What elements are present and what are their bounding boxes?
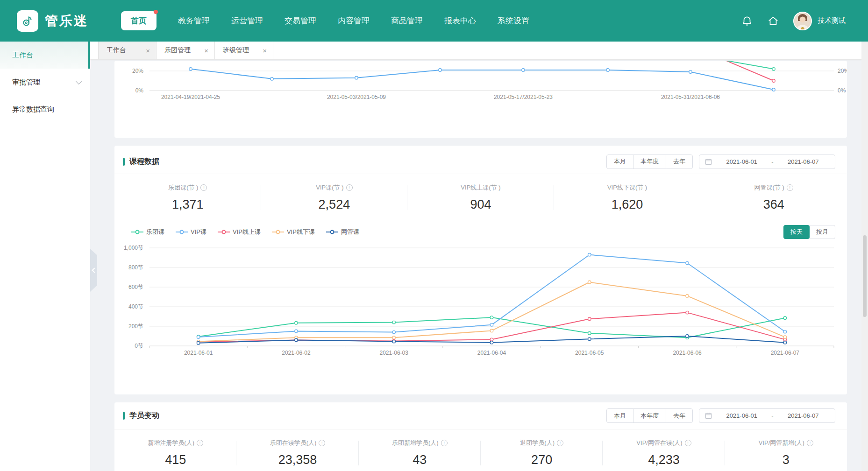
section-title-bar [123, 158, 125, 166]
svg-text:2021-06-01: 2021-06-01 [184, 350, 213, 356]
legend-item[interactable]: 乐团课 [131, 228, 164, 236]
scrollbar-track[interactable] [861, 42, 868, 471]
date-separator: - [771, 158, 773, 165]
stat-label-text: VIP线上课(节 ) [461, 183, 500, 192]
stat-label: 乐团课(节 )! [114, 183, 261, 192]
legend-item[interactable]: 网管课 [326, 228, 359, 236]
sidebar-item-workbench[interactable]: 工作台 [0, 42, 90, 69]
legend-label: VIP线上课 [233, 228, 261, 236]
chevron-left-icon [92, 267, 97, 273]
info-icon[interactable]: ! [197, 440, 203, 446]
stat-label-text: 新增注册学员(人) [148, 439, 194, 447]
info-icon[interactable]: ! [346, 184, 353, 191]
info-icon[interactable]: ! [807, 440, 813, 446]
sidebar-collapse-handle[interactable] [90, 249, 97, 292]
svg-text:2021-06-02: 2021-06-02 [282, 350, 311, 356]
toggle-by-month[interactable]: 按月 [809, 225, 835, 239]
sidebar-item-abnormal-data[interactable]: 异常数据查询 [0, 96, 90, 123]
nav-item-trade[interactable]: 交易管理 [285, 15, 316, 26]
card-student-changes: 学员变动 本月 本年度 去年 2021-06-01 - 2021-06-07 [114, 402, 847, 471]
info-icon[interactable]: ! [787, 184, 793, 191]
close-icon[interactable]: × [204, 47, 208, 54]
info-icon[interactable]: ! [685, 440, 691, 446]
scrollbar-thumb[interactable] [863, 235, 867, 317]
nav-item-report[interactable]: 报表中心 [444, 15, 476, 26]
date-end[interactable]: 2021-06-07 [777, 158, 829, 165]
svg-text:1,000节: 1,000节 [124, 245, 143, 251]
chart-legend: 乐团课VIP课VIP线上课VIP线下课网管课 [131, 228, 370, 236]
sidebar-item-approval[interactable]: 审批管理 [0, 69, 90, 96]
stat-value: 23,358 [236, 453, 358, 467]
legend-item[interactable]: VIP线上课 [218, 228, 261, 236]
tab-label: 工作台 [107, 46, 146, 55]
nav-item-content[interactable]: 内容管理 [338, 15, 370, 26]
preset-button-lastyear[interactable]: 去年 [666, 408, 693, 423]
stat-value: 2,524 [261, 197, 408, 212]
tab-workbench[interactable]: 工作台 × [98, 42, 157, 59]
section-title: 课程数据 [129, 157, 159, 167]
stat-label: VIP线下课(节 ) [554, 183, 701, 192]
sidebar-item-label: 审批管理 [12, 78, 40, 87]
date-range-picker[interactable]: 2021-06-01 - 2021-06-07 [699, 155, 835, 169]
preset-button-year[interactable]: 本年度 [633, 408, 666, 423]
user-name[interactable]: 技术测试 [818, 16, 846, 25]
nav-item-home[interactable]: 首页 [121, 11, 157, 30]
legend-item[interactable]: VIP课 [176, 228, 206, 236]
stat-value: 43 [359, 453, 481, 467]
bell-icon[interactable] [741, 15, 753, 27]
info-icon[interactable]: ! [441, 440, 448, 446]
sidebar-item-label: 异常数据查询 [12, 105, 54, 114]
stat-col: VIP课(节 )!2,524 [261, 183, 408, 212]
date-end[interactable]: 2021-06-07 [777, 412, 829, 419]
brand-logo [17, 10, 38, 32]
section-title: 学员变动 [129, 411, 159, 421]
preset-button-month[interactable]: 本月 [606, 155, 633, 169]
preset-button-month[interactable]: 本月 [606, 408, 633, 423]
svg-text:0节: 0节 [135, 343, 143, 349]
close-icon[interactable]: × [263, 47, 267, 54]
nav-item-operation[interactable]: 运营管理 [231, 15, 263, 26]
nav-item-goods[interactable]: 商品管理 [391, 15, 423, 26]
preset-button-lastyear[interactable]: 去年 [666, 155, 693, 169]
granularity-toggle: 按天 按月 [784, 225, 835, 239]
nav-item-academic[interactable]: 教务管理 [178, 15, 210, 26]
svg-text:600节: 600节 [128, 284, 143, 290]
stat-value: 1,371 [114, 197, 261, 212]
brand-name: 管乐迷 [45, 12, 88, 30]
tab-class[interactable]: 班级管理 × [215, 42, 273, 59]
legend-label: 乐团课 [146, 228, 164, 236]
info-icon[interactable]: ! [200, 184, 207, 191]
avatar[interactable] [793, 12, 812, 30]
student-stats-row: 新增注册学员(人)!415乐团在读学员(人)!23,358乐团新增学员(人)!4… [114, 429, 847, 471]
svg-text:800节: 800节 [128, 264, 143, 271]
weekly-chart-svg[interactable]: 20%0%20%0%2021-04-19/2021-04-252021-05-0… [114, 61, 847, 138]
stat-label: 乐团在读学员(人)! [236, 439, 358, 447]
info-icon[interactable]: ! [557, 440, 563, 446]
stat-value: 3 [725, 453, 847, 467]
tab-orchestra[interactable]: 乐团管理 × [157, 42, 215, 59]
date-start[interactable]: 2021-06-01 [716, 158, 768, 165]
preset-button-year[interactable]: 本年度 [633, 155, 666, 169]
info-icon[interactable]: ! [319, 440, 325, 446]
date-start[interactable]: 2021-06-01 [716, 412, 768, 419]
legend-marker-icon [131, 232, 143, 232]
svg-text:2021-06-03: 2021-06-03 [380, 350, 409, 356]
stat-value: 415 [114, 453, 236, 467]
stat-label-text: VIP/网管在读(人) [636, 439, 682, 447]
home-icon[interactable] [767, 15, 779, 27]
stat-col: 网管课(节 )!364 [700, 183, 847, 212]
close-icon[interactable]: × [146, 47, 150, 54]
top-navbar: 管乐迷 首页 教务管理 运营管理 交易管理 内容管理 商品管理 报表中心 系统设… [0, 0, 868, 42]
course-chart[interactable]: 0节200节400节600节800节1,000节2021-06-012021-0… [114, 239, 847, 358]
svg-text:400节: 400节 [128, 303, 143, 310]
legend-marker-icon [326, 232, 338, 232]
legend-item[interactable]: VIP线下课 [272, 228, 315, 236]
date-preset-group: 本月 本年度 去年 [606, 155, 693, 169]
stat-label: 乐团新增学员(人)! [359, 439, 481, 447]
date-range-picker[interactable]: 2021-06-01 - 2021-06-07 [699, 408, 835, 423]
toggle-by-day[interactable]: 按天 [783, 225, 810, 239]
nav-item-system[interactable]: 系统设置 [498, 15, 529, 26]
stat-label-text: VIP课(节 ) [316, 183, 343, 192]
notification-dot [154, 10, 158, 14]
course-chart-svg[interactable]: 0节200节400节600节800节1,000节2021-06-012021-0… [114, 239, 847, 358]
